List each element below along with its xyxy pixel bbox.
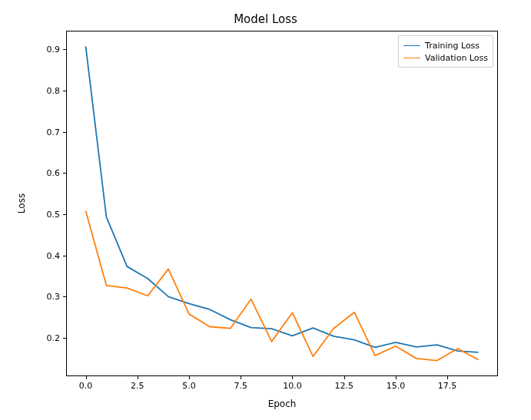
y-axis-label-container: Loss — [15, 31, 28, 376]
y-tick-mark — [63, 338, 66, 339]
series-line-0 — [86, 46, 479, 352]
x-axis-label: Epoch — [66, 399, 498, 409]
x-tick-label: 7.5 — [234, 381, 247, 391]
x-tick-mark — [447, 376, 448, 379]
x-tick-label: 2.5 — [131, 381, 144, 391]
chart-figure: Model Loss Loss Training Loss Validation… — [0, 0, 531, 420]
y-tick-label: 0.5 — [47, 209, 61, 219]
legend-swatch-validation — [403, 58, 420, 58]
legend-swatch-training — [403, 45, 420, 46]
y-tick-label: 0.6 — [47, 168, 61, 178]
legend-entry-validation: Validation Loss — [403, 51, 488, 64]
y-tick-label: 0.3 — [47, 292, 61, 302]
y-tick-mark — [63, 91, 66, 91]
legend: Training Loss Validation Loss — [398, 35, 493, 68]
x-tick-mark — [396, 376, 397, 379]
x-tick-label: 15.0 — [387, 381, 406, 391]
x-tick-label: 0.0 — [79, 381, 93, 391]
x-tick-label: 10.0 — [283, 381, 302, 391]
y-tick-label: 0.4 — [47, 250, 61, 260]
x-tick-label: 12.5 — [334, 381, 353, 391]
y-tick-mark — [63, 296, 66, 297]
y-tick-label: 0.7 — [47, 127, 61, 137]
y-tick-mark — [63, 132, 66, 133]
x-tick-mark — [189, 376, 190, 379]
x-tick-label: 17.5 — [438, 381, 457, 391]
legend-entry-training: Training Loss — [403, 39, 488, 51]
x-tick-label: 5.0 — [182, 381, 196, 391]
y-axis-label: Loss — [16, 193, 27, 213]
y-tick-label: 0.8 — [47, 85, 61, 95]
legend-label-validation: Validation Loss — [425, 53, 488, 63]
y-tick-mark — [63, 214, 66, 215]
y-tick-mark — [63, 256, 66, 256]
series-line-1 — [86, 211, 479, 361]
x-tick-mark — [86, 376, 87, 379]
y-tick-mark — [63, 173, 66, 174]
x-tick-mark — [241, 376, 241, 379]
y-tick-label: 0.9 — [47, 45, 61, 55]
chart-title: Model Loss — [0, 12, 531, 26]
x-tick-mark — [138, 376, 138, 379]
plot-area: Training Loss Validation Loss 0.02.55.07… — [66, 31, 498, 376]
x-tick-mark — [344, 376, 345, 379]
line-canvas — [66, 31, 498, 376]
y-tick-label: 0.2 — [47, 333, 61, 343]
legend-label-training: Training Loss — [425, 41, 480, 51]
y-tick-mark — [63, 49, 66, 50]
x-tick-mark — [292, 376, 293, 379]
